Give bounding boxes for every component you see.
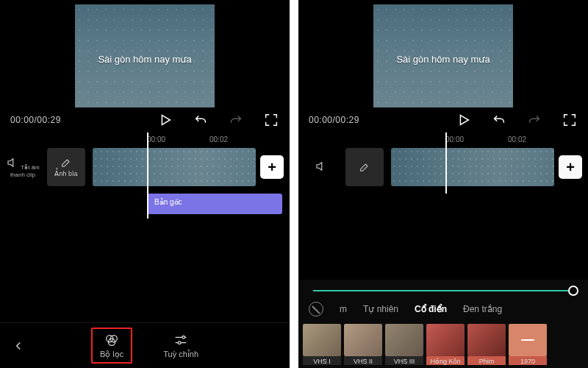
undo-icon[interactable] [193, 112, 209, 128]
timeline-tick: 00:02 [508, 135, 526, 144]
timeline[interactable]: 00:00 00:02 Tắt âm thanh clip Ảnh bìa + … [0, 132, 290, 219]
adjust-nav-item[interactable]: Tuỳ chỉnh [163, 332, 198, 359]
play-icon[interactable] [456, 112, 472, 128]
filter-tab-bw[interactable]: Đen trắng [463, 304, 502, 314]
cover-button[interactable] [345, 148, 384, 186]
slider-knob[interactable] [568, 286, 578, 296]
redo-icon [228, 112, 244, 128]
filter-thumb-hongkong[interactable]: Hồng Kôn [426, 324, 465, 365]
timeline-tick: 00:00 [147, 135, 165, 144]
filter-thumb-1970[interactable]: 1970 [509, 324, 547, 365]
filter-thumb-vhs1[interactable]: VHS I [303, 324, 341, 365]
timeline-tick: 00:00 [445, 135, 464, 144]
redo-icon [526, 112, 542, 128]
cover-button[interactable]: Ảnh bìa [47, 148, 85, 186]
back-button[interactable] [7, 335, 29, 357]
video-clip[interactable] [391, 148, 554, 186]
bottom-nav: Bộ lọc Tuỳ chỉnh [0, 322, 290, 368]
filter-thumb-phim[interactable]: Phim [467, 324, 506, 365]
svg-point-4 [179, 342, 182, 344]
edit-icon [359, 161, 370, 173]
mute-button[interactable]: Tắt âm thanh clip [6, 156, 40, 178]
intensity-slider[interactable] [313, 290, 573, 291]
play-icon[interactable] [157, 112, 173, 128]
filter-thumb-vhs3[interactable]: VHS III [385, 324, 423, 365]
timeline[interactable]: 00:00 00:02 + [298, 132, 588, 194]
speaker-icon [6, 156, 19, 169]
add-clip-button[interactable]: + [559, 155, 582, 179]
speaker-icon [315, 160, 328, 173]
cover-label: Ảnh bìa [54, 170, 77, 177]
filter-panel: m Tự nhiên Cổ điển Đen trắng VHS I VHS I… [298, 280, 588, 368]
preview-caption: Sài gòn hôm nay mưa [75, 54, 215, 65]
add-clip-button[interactable]: + [260, 155, 284, 179]
filter-tab-classic[interactable]: Cổ điển [415, 304, 447, 314]
filter-thumb-vhs2[interactable]: VHS II [344, 324, 382, 365]
sliders-icon [173, 332, 189, 348]
filter-nav-item[interactable]: Bộ lọc [91, 328, 132, 364]
fullscreen-icon[interactable] [263, 112, 279, 128]
no-filter-icon[interactable] [309, 302, 323, 316]
playhead[interactable] [445, 132, 447, 194]
edit-icon [60, 157, 72, 169]
time-display: 00:00/00:29 [309, 115, 359, 125]
fullscreen-icon[interactable] [562, 112, 578, 128]
playhead[interactable] [147, 132, 148, 219]
video-clip[interactable] [93, 148, 256, 186]
timeline-tick: 00:02 [209, 135, 228, 144]
filter-tab-natural[interactable]: Tự nhiên [363, 304, 398, 314]
svg-point-3 [182, 336, 185, 339]
mute-button[interactable] [304, 160, 338, 175]
time-display: 00:00/00:29 [10, 115, 61, 125]
undo-icon[interactable] [491, 112, 507, 128]
video-preview[interactable]: Sài gòn hôm nay mưa [373, 4, 513, 107]
video-preview[interactable]: Sài gòn hôm nay mưa [75, 4, 215, 107]
adjust-nav-label: Tuỳ chỉnh [163, 350, 198, 359]
preview-caption: Sài gòn hôm nay mưa [373, 54, 513, 65]
text-track[interactable]: Bản gốc [147, 194, 282, 214]
text-track-label: Bản gốc [154, 198, 182, 206]
filter-nav-label: Bộ lọc [100, 350, 123, 359]
filter-icon [104, 332, 120, 348]
filter-tab-partial[interactable]: m [340, 304, 347, 314]
